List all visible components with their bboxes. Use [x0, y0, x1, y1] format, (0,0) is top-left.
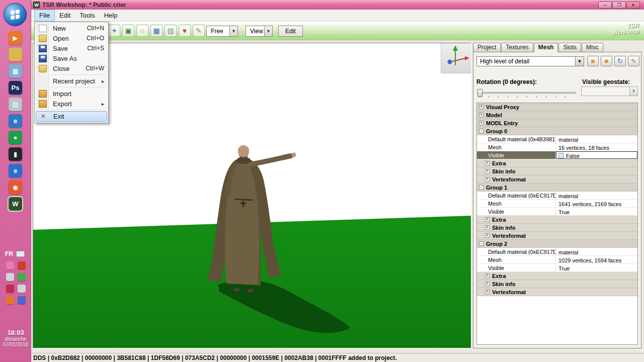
green-tool-icon[interactable] [18, 273, 26, 281]
expand-icon[interactable]: + [485, 161, 490, 165]
file-menu-open[interactable]: OpenCtrl+O [36, 33, 107, 43]
tree-group-skin-info[interactable]: +Skin info [477, 167, 637, 175]
prop-value[interactable]: material [556, 248, 637, 255]
heart-icon[interactable] [6, 285, 14, 293]
tree-prop-visible[interactable]: VisibleFalse [477, 151, 637, 159]
app-gray-icon[interactable]: ▤ [9, 98, 22, 111]
refresh-button[interactable]: ↻ [614, 56, 626, 66]
internet-explorer-icon[interactable]: e [9, 114, 22, 128]
slider-track[interactable] [477, 92, 576, 94]
edit-button[interactable]: Edit [278, 26, 303, 37]
tsr-workshop-icon[interactable]: W [9, 197, 22, 211]
prop-value[interactable]: 1641 vertices, 2169 faces [556, 200, 637, 207]
prop-value[interactable]: material [556, 192, 637, 199]
language-indicator[interactable]: FR [5, 250, 13, 257]
tree-group-vertexformat[interactable]: +Vertexformat [477, 175, 637, 184]
prop-value[interactable]: 16 vertices, 18 faces [556, 143, 637, 151]
keyboard-icon[interactable] [16, 251, 25, 257]
compass-icon[interactable]: ✦ [108, 25, 120, 37]
file-menu-exit[interactable]: Exit [36, 111, 107, 122]
collapse-icon[interactable]: - [479, 185, 484, 190]
file-menu-recent-project[interactable]: Recent project▸ [36, 76, 107, 86]
tree-prop-visible[interactable]: VisibleTrue [477, 208, 637, 216]
expand-icon[interactable]: + [485, 217, 490, 222]
expand-icon[interactable]: + [479, 105, 484, 109]
tree-prop-mesh[interactable]: Mesh1641 vertices, 2169 faces [477, 200, 637, 208]
tree-group-group-1[interactable]: -Group 1 [477, 184, 637, 192]
notes-icon[interactable] [18, 285, 26, 293]
photoshop-icon[interactable]: Ps [9, 81, 22, 95]
tree-prop-visible[interactable]: VisibleTrue [477, 264, 637, 272]
sphere-icon[interactable]: ○ [136, 25, 148, 37]
menu-edit[interactable]: Edit [55, 10, 75, 21]
start-button[interactable] [4, 3, 27, 26]
orange-tool-icon[interactable] [6, 296, 14, 304]
material-cube-button[interactable]: ■ [587, 56, 599, 66]
terminal-icon[interactable]: ▮ [9, 147, 22, 161]
tree-group-group-2[interactable]: -Group 2 [477, 240, 637, 248]
expand-icon[interactable]: + [485, 169, 490, 173]
image-icon[interactable]: ▨ [165, 25, 177, 37]
expand-icon[interactable]: + [485, 177, 490, 182]
close-red-icon[interactable] [18, 261, 26, 269]
blue-e-icon[interactable]: e [9, 164, 22, 177]
tab-mesh[interactable]: Mesh [534, 43, 558, 52]
media-player-icon[interactable]: ▶ [9, 31, 22, 45]
tree-group-extra[interactable]: +Extra [477, 216, 637, 224]
firefox-icon[interactable]: ◉ [9, 180, 22, 194]
free-mode-dropdown[interactable]: Free ▼ [206, 26, 238, 37]
slider-thumb[interactable] [477, 89, 482, 97]
tree-group-visual-proxy[interactable]: +Visual Proxy [477, 103, 637, 111]
tree-prop-mesh[interactable]: Mesh1029 vertices, 1594 faces [477, 256, 637, 264]
pencil-icon[interactable]: ✎ [193, 25, 205, 37]
tree-group-skin-info[interactable]: +Skin info [477, 224, 637, 232]
prop-value[interactable]: True [556, 208, 637, 215]
calc-icon[interactable] [18, 296, 26, 304]
file-menu-save[interactable]: SaveCtrl+S [36, 43, 107, 53]
menu-help[interactable]: Help [100, 10, 122, 21]
photos-icon[interactable]: ▦ [9, 64, 22, 78]
chevron-down-icon[interactable]: ▼ [265, 26, 273, 37]
expand-icon[interactable]: + [485, 233, 490, 238]
tree-prop-default-material-0xec917d04[interactable]: Default material (0xEC917D04)material [477, 192, 637, 200]
expand-icon[interactable]: + [485, 274, 490, 278]
tab-slots[interactable]: Slots [558, 43, 581, 52]
folder-icon[interactable] [9, 48, 22, 61]
tree-prop-mesh[interactable]: Mesh16 vertices, 18 faces [477, 143, 637, 151]
tree-prop-default-material-0xec917d04[interactable]: Default material (0xEC917D04)material [477, 248, 637, 256]
expand-icon[interactable]: + [479, 121, 484, 125]
axis-gizmo[interactable] [441, 43, 471, 73]
prop-value[interactable]: material [556, 135, 637, 143]
file-menu-save-as[interactable]: Save As [36, 53, 107, 63]
prop-value[interactable]: False [556, 151, 637, 159]
prop-value[interactable]: True [556, 264, 637, 272]
material-add-button[interactable]: ■ [601, 56, 612, 66]
tree-group-group-0[interactable]: -Group 0 [477, 127, 637, 135]
expand-icon[interactable]: + [485, 225, 490, 230]
chevron-down-icon[interactable]: ▼ [630, 86, 638, 96]
close-button[interactable]: ✕ [626, 2, 640, 9]
expand-icon[interactable]: + [479, 113, 484, 117]
tree-group-vertexformat[interactable]: +Vertexformat [477, 232, 637, 240]
minimize-button[interactable]: ─ [598, 2, 612, 9]
view-dropdown[interactable]: View ▼ [246, 26, 273, 37]
file-menu-close[interactable]: CloseCtrl+W [36, 63, 107, 73]
geostate-dropdown[interactable]: ▼ [581, 86, 638, 96]
tree-group-extra[interactable]: +Extra [477, 159, 637, 167]
file-menu-export[interactable]: Export▸ [36, 99, 107, 109]
maximize-button[interactable]: ❐ [612, 2, 626, 9]
expand-icon[interactable]: + [485, 282, 490, 286]
grid-icon[interactable]: ▦ [150, 25, 163, 37]
tree-prop-default-material-0x4b398151[interactable]: Default material (0x4B398151)material [477, 135, 637, 143]
tree-group-modl-entry[interactable]: +MODL Entry [477, 119, 637, 127]
rotation-slider[interactable] [477, 88, 576, 99]
green-app-icon[interactable]: ● [9, 131, 22, 144]
visible-checkbox[interactable] [558, 153, 564, 158]
prop-value[interactable]: 1029 vertices, 1594 faces [556, 256, 637, 263]
edit-pencil-button[interactable]: ✎ [628, 56, 639, 66]
chevron-down-icon[interactable]: ▼ [230, 26, 238, 37]
menu-file[interactable]: File [34, 10, 55, 21]
tab-misc[interactable]: Misc [582, 43, 603, 52]
lod-dropdown[interactable]: High level of detail ▼ [476, 56, 584, 66]
collapse-icon[interactable]: - [479, 241, 484, 246]
